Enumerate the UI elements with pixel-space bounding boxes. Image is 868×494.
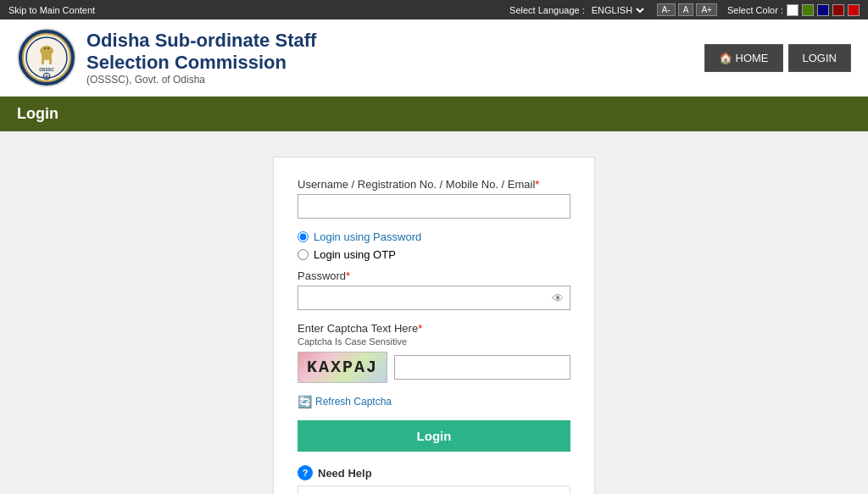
- radio-otp-text: Login using OTP: [314, 248, 396, 261]
- organization-name: Odisha Sub-ordinate Staff Selection Comm…: [86, 30, 316, 86]
- color-green-swatch[interactable]: [802, 4, 814, 16]
- captcha-input[interactable]: [394, 355, 570, 380]
- captcha-label: Enter Captcha Text Here*: [298, 322, 570, 335]
- org-name-line1: Odisha Sub-ordinate Staff: [86, 30, 316, 52]
- svg-text:OSSSC: OSSSC: [39, 67, 54, 72]
- help-header: ? Need Help: [298, 465, 570, 480]
- color-red-swatch[interactable]: [848, 4, 860, 16]
- captcha-note: Captcha Is Case Sensitive: [298, 336, 570, 347]
- org-name-line2: Selection Commission: [86, 52, 316, 74]
- help-title: Need Help: [318, 467, 372, 480]
- skip-link-container[interactable]: Skip to Main Content: [8, 5, 95, 15]
- color-white-swatch[interactable]: [787, 4, 798, 16]
- svg-point-6: [42, 46, 51, 53]
- refresh-captcha-link[interactable]: 🔄 Refresh Captcha: [298, 395, 392, 408]
- radio-otp-input[interactable]: [298, 249, 309, 260]
- language-dropdown[interactable]: ENGLISH: [588, 4, 647, 16]
- color-darkred-swatch[interactable]: [832, 4, 844, 16]
- radio-password-label[interactable]: Login using Password: [298, 230, 570, 243]
- radio-password-text: Login using Password: [314, 230, 421, 243]
- login-submit-button[interactable]: Login: [298, 420, 570, 452]
- radio-password-input[interactable]: [298, 231, 309, 242]
- captcha-image: KAXPAJ: [298, 352, 387, 383]
- color-selector: Select Color :: [727, 4, 860, 16]
- help-links-box: Reset Password Recover your User Account…: [298, 486, 570, 494]
- radio-otp-label[interactable]: Login using OTP: [298, 248, 570, 261]
- refresh-captcha-label: Refresh Captcha: [315, 396, 392, 408]
- captcha-row: KAXPAJ: [298, 352, 570, 383]
- color-blue-swatch[interactable]: [817, 4, 829, 16]
- main-content: Username / Registration No. / Mobile No.…: [0, 131, 868, 494]
- password-group: Password* 👁: [298, 269, 570, 310]
- password-wrapper: 👁: [298, 286, 570, 310]
- username-required-mark: *: [535, 178, 539, 191]
- home-button-label: HOME: [736, 52, 769, 64]
- lang-label: Select Language :: [509, 5, 585, 15]
- show-password-icon[interactable]: 👁: [552, 291, 564, 305]
- username-label: Username / Registration No. / Mobile No.…: [298, 178, 570, 191]
- header: OSSSC Odisha Sub-ordinate Staff Selectio…: [0, 19, 868, 97]
- home-button[interactable]: 🏠 HOME: [704, 44, 783, 72]
- page-title: Login: [17, 105, 851, 123]
- help-icon: ?: [298, 465, 313, 480]
- captcha-group: Enter Captcha Text Here* Captcha Is Case…: [298, 322, 570, 383]
- login-card: Username / Registration No. / Mobile No.…: [273, 157, 595, 494]
- top-bar-right: Select Language : ENGLISH A- A A+ Select…: [509, 3, 860, 16]
- page-title-bar: Login: [0, 97, 868, 131]
- header-logo-area: OSSSC Odisha Sub-ordinate Staff Selectio…: [17, 28, 316, 87]
- font-decrease-button[interactable]: A-: [657, 3, 676, 16]
- login-button-label: Login: [417, 429, 452, 443]
- login-button-header[interactable]: LOGIN: [788, 44, 851, 72]
- refresh-icon: 🔄: [298, 395, 312, 408]
- help-section: ? Need Help Reset Password Recover your …: [298, 465, 570, 494]
- password-required-mark: *: [346, 269, 350, 282]
- password-input[interactable]: [298, 286, 570, 310]
- header-nav-buttons: 🏠 HOME LOGIN: [704, 44, 851, 72]
- captcha-required-mark: *: [418, 322, 422, 335]
- svg-point-8: [47, 47, 49, 49]
- logo-svg: OSSSC: [21, 32, 72, 83]
- language-selector[interactable]: Select Language : ENGLISH: [509, 4, 647, 16]
- home-icon: 🏠: [719, 52, 732, 64]
- org-subtitle: (OSSSC), Govt. of Odisha: [86, 74, 316, 86]
- svg-point-7: [44, 47, 46, 49]
- skip-link[interactable]: Skip to Main Content: [8, 5, 95, 15]
- username-group: Username / Registration No. / Mobile No.…: [298, 178, 570, 219]
- organization-logo: OSSSC: [17, 28, 76, 87]
- top-bar: Skip to Main Content Select Language : E…: [0, 0, 868, 19]
- username-input[interactable]: [298, 194, 570, 219]
- color-label: Select Color :: [727, 5, 783, 15]
- password-label: Password*: [298, 269, 570, 282]
- login-button-header-label: LOGIN: [803, 52, 837, 64]
- font-increase-button[interactable]: A+: [696, 3, 717, 16]
- font-size-controls: A- A A+: [657, 3, 717, 16]
- login-method-radio-group: Login using Password Login using OTP: [298, 230, 570, 261]
- svg-rect-4: [42, 58, 44, 64]
- font-normal-button[interactable]: A: [678, 3, 694, 16]
- svg-rect-5: [49, 58, 52, 64]
